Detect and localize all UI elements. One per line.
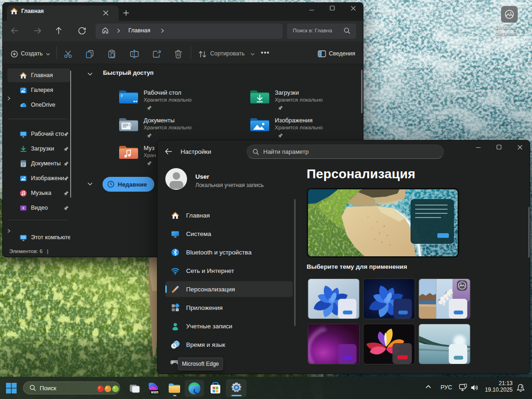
svg-text:M365: M365 — [151, 391, 158, 394]
